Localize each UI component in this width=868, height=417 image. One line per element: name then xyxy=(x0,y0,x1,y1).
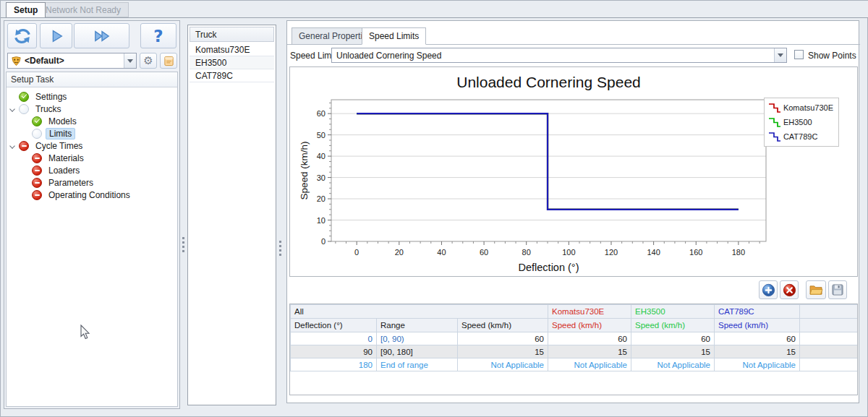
blocked-circle-icon xyxy=(32,190,42,200)
cell-speed-cat789c[interactable]: Not Applicable xyxy=(715,358,800,371)
tree-item-parameters[interactable]: Parameters xyxy=(7,176,177,189)
setup-task-header: Setup Task xyxy=(7,72,177,87)
col-header-speed-eh3500: Speed (km/h) xyxy=(631,319,715,332)
svg-text:40: 40 xyxy=(437,248,446,257)
speed-limit-label: Speed Limit xyxy=(290,51,336,61)
svg-text:100: 100 xyxy=(562,248,575,257)
refresh-button[interactable] xyxy=(7,23,37,48)
add-row-button[interactable] xyxy=(759,280,778,299)
cell-speed-komatsu[interactable]: Not Applicable xyxy=(548,358,631,371)
chart-legend: Komatsu730EEH3500CAT789C xyxy=(764,98,839,147)
splitter-left[interactable] xyxy=(181,20,187,409)
group-header-eh3500: EH3500 xyxy=(631,305,715,319)
save-button[interactable] xyxy=(828,280,847,299)
limits-panel: General Properties Speed Limits Speed Li… xyxy=(286,20,859,403)
tree-item-operating-conditions[interactable]: Operating Conditions xyxy=(7,189,177,201)
tree-item-trucks[interactable]: Trucks xyxy=(7,103,177,115)
tab-setup[interactable]: Setup xyxy=(6,2,46,17)
app-window: Setup Network Not Ready ? xyxy=(0,0,868,417)
step-line-icon xyxy=(768,116,781,128)
blocked-circle-icon xyxy=(32,153,42,163)
speed-chart: 0204060801001201401601800102030405060Unl… xyxy=(289,66,858,277)
svg-text:60: 60 xyxy=(317,109,326,118)
col-header-empty xyxy=(800,319,858,332)
svg-text:160: 160 xyxy=(689,248,702,257)
cell-speed-eh3500[interactable]: 60 xyxy=(631,332,715,345)
cell-range[interactable]: [90, 180] xyxy=(377,345,458,358)
truck-list-panel: Truck Komatsu730E EH3500 CAT789C xyxy=(187,25,276,405)
cell-speed-all[interactable]: Not Applicable xyxy=(458,358,548,371)
splitter-grip xyxy=(279,241,281,258)
truck-row-komatsu730e[interactable]: Komatsu730E xyxy=(190,43,274,56)
cell-speed-cat789c[interactable]: 15 xyxy=(715,345,800,358)
svg-text:140: 140 xyxy=(647,248,660,257)
blocked-circle-icon xyxy=(19,141,29,151)
help-button[interactable]: ? xyxy=(140,23,176,48)
cell-speed-komatsu[interactable]: 60 xyxy=(548,332,631,345)
legend-entry: Komatsu730E xyxy=(768,100,833,115)
group-header-empty xyxy=(800,305,858,319)
cell-speed-eh3500[interactable]: Not Applicable xyxy=(631,358,715,371)
col-header-range: Range xyxy=(377,319,458,332)
tree-item-loaders[interactable]: Loaders xyxy=(7,164,177,176)
legend-entry: CAT789C xyxy=(768,129,833,144)
svg-text:180: 180 xyxy=(732,248,745,257)
check-circle-icon xyxy=(19,92,29,102)
svg-text:Deflection (°): Deflection (°) xyxy=(519,262,579,273)
play-icon xyxy=(48,28,64,44)
cell-speed-all[interactable]: 60 xyxy=(458,332,548,345)
chevron-expanded-icon[interactable] xyxy=(9,143,15,149)
table-group-header-row: All Komatsu730E EH3500 CAT789C xyxy=(291,305,859,319)
col-header-speed-cat789c: Speed (km/h) xyxy=(715,319,800,332)
speed-limit-dropdown-arrow[interactable] xyxy=(774,48,786,62)
svg-text:0: 0 xyxy=(321,237,326,246)
help-icon: ? xyxy=(153,27,163,46)
cell-range[interactable]: [0, 90) xyxy=(377,332,458,345)
tree-item-settings[interactable]: Settings xyxy=(7,90,177,103)
cell-deflection[interactable]: 90 xyxy=(291,345,377,358)
save-icon xyxy=(832,284,843,296)
cell-deflection[interactable]: 180 xyxy=(291,358,377,371)
svg-text:80: 80 xyxy=(522,248,531,257)
run-button[interactable] xyxy=(40,23,72,48)
tab-speed-limits[interactable]: Speed Limits xyxy=(362,27,426,45)
cell-speed-eh3500[interactable]: 15 xyxy=(631,345,715,358)
speed-limit-select[interactable]: Unloaded Cornering Speed xyxy=(331,48,787,63)
tab-network-not-ready[interactable]: Network Not Ready xyxy=(38,2,129,17)
run-all-button[interactable] xyxy=(74,23,129,48)
truck-row-eh3500[interactable]: EH3500 xyxy=(190,56,274,69)
blocked-circle-icon xyxy=(32,165,42,176)
tree-item-cycle-times[interactable]: Cycle Times xyxy=(7,139,177,152)
speed-table: All Komatsu730E EH3500 CAT789C Deflectio… xyxy=(289,304,858,395)
delete-icon xyxy=(783,283,796,297)
notes-button[interactable] xyxy=(160,53,177,69)
open-button[interactable] xyxy=(806,280,826,299)
splitter-right[interactable] xyxy=(278,20,284,409)
fast-forward-icon xyxy=(92,28,112,44)
profile-selected-value: <Default> xyxy=(25,56,64,66)
cell-speed-cat789c[interactable]: 60 xyxy=(715,332,800,345)
legend-label: Komatsu730E xyxy=(783,103,833,112)
table-actions xyxy=(287,280,858,300)
setup-sidebar: ? <Default> ⚙ Setup Task xyxy=(4,20,180,409)
delete-row-button[interactable] xyxy=(780,280,799,299)
tree-item-materials[interactable]: Materials xyxy=(7,152,177,164)
profile-dropdown-arrow[interactable] xyxy=(124,53,136,68)
profile-select[interactable]: <Default> xyxy=(7,53,137,69)
svg-text:0: 0 xyxy=(354,248,359,257)
cell-speed-all[interactable]: 15 xyxy=(458,345,548,358)
tree-item-models[interactable]: Models xyxy=(7,115,177,127)
tree-item-limits[interactable]: Limits xyxy=(7,127,177,139)
chevron-expanded-icon[interactable] xyxy=(9,106,15,112)
truck-row-cat789c[interactable]: CAT789C xyxy=(190,69,274,82)
mask-icon xyxy=(11,56,22,66)
cell-deflection[interactable]: 0 xyxy=(291,332,377,345)
cell-speed-komatsu[interactable]: 15 xyxy=(548,345,631,358)
legend-label: EH3500 xyxy=(783,118,812,126)
blocked-circle-icon xyxy=(32,178,42,188)
settings-button[interactable]: ⚙ xyxy=(140,53,157,69)
empty-circle-icon xyxy=(19,104,29,114)
cell-range[interactable]: End of range xyxy=(377,358,458,371)
open-folder-icon xyxy=(809,285,823,296)
show-points-checkbox[interactable] xyxy=(794,50,804,59)
